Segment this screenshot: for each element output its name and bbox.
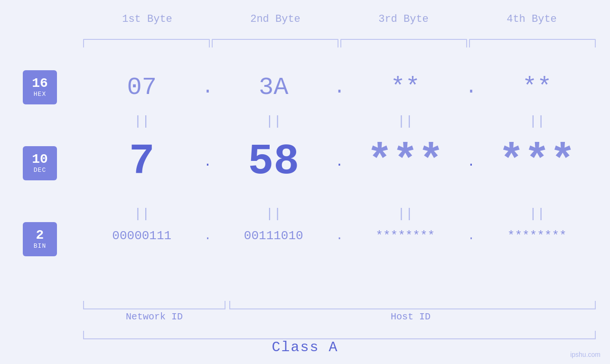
- hex-label: HEX: [34, 91, 46, 98]
- hex-dot1: .: [201, 77, 215, 98]
- eq2-b4: ||: [479, 206, 596, 221]
- dec-dot1: .: [201, 155, 215, 169]
- bin-row: 00000111 . 00111010 . ******** . *******…: [83, 229, 596, 243]
- eq1-b4: ||: [479, 114, 596, 129]
- network-id-label: Network ID: [83, 311, 225, 322]
- eq2-b1: ||: [83, 206, 201, 221]
- bin-byte1: 00000111: [83, 229, 201, 243]
- watermark: ipshu.com: [570, 351, 601, 358]
- bracket-seg-4: [469, 39, 596, 47]
- dec-byte2: 58: [215, 138, 333, 186]
- eq1-b2: ||: [215, 114, 333, 129]
- byte2-header: 2nd Byte: [211, 13, 339, 25]
- bottom-bracket-container: [83, 301, 596, 309]
- hex-badge: 16 HEX: [23, 70, 57, 104]
- bracket-seg-1: [83, 39, 210, 47]
- hex-byte1: 07: [83, 74, 201, 102]
- id-labels: Network ID Host ID: [83, 311, 596, 322]
- dec-dot2: .: [332, 155, 347, 169]
- byte-headers: 1st Byte 2nd Byte 3rd Byte 4th Byte: [83, 13, 596, 25]
- hex-number: 16: [32, 76, 48, 91]
- dec-dot3: .: [464, 155, 479, 169]
- dec-byte1: 7: [83, 138, 201, 186]
- bin-byte2: 00111010: [215, 229, 333, 243]
- top-bracket: [83, 39, 596, 47]
- byte1-header: 1st Byte: [83, 13, 211, 25]
- bin-label: BIN: [34, 243, 46, 250]
- eq1-b1: ||: [83, 114, 201, 129]
- hex-byte4: **: [479, 74, 596, 102]
- overall-bracket: [83, 331, 596, 339]
- eq2-b2: ||: [215, 206, 333, 221]
- eq1-b3: ||: [347, 114, 464, 129]
- dec-label: DEC: [34, 167, 46, 174]
- network-bracket: [83, 301, 225, 309]
- bin-number: 2: [36, 228, 44, 243]
- dec-byte4: ***: [479, 138, 596, 186]
- bin-byte4: ********: [479, 229, 596, 243]
- bin-dot3: .: [464, 229, 479, 243]
- eq2-b3: ||: [347, 206, 464, 221]
- equals-row-1: || || || ||: [83, 114, 596, 129]
- byte4-header: 4th Byte: [468, 13, 596, 25]
- host-bracket: [229, 301, 596, 309]
- bracket-seg-2: [212, 39, 338, 47]
- bin-dot1: .: [201, 229, 215, 243]
- hex-dot3: .: [464, 77, 479, 98]
- bin-badge: 2 BIN: [23, 222, 57, 256]
- hex-dot2: .: [332, 77, 347, 98]
- bracket-seg-3: [340, 39, 467, 47]
- host-id-label: Host ID: [225, 311, 596, 322]
- byte3-header: 3rd Byte: [339, 13, 468, 25]
- class-label: Class A: [0, 339, 610, 355]
- hex-row: 07 . 3A . ** . **: [83, 74, 596, 102]
- bin-dot2: .: [332, 229, 347, 243]
- dec-number: 10: [32, 152, 48, 167]
- main-container: 16 HEX 10 DEC 2 BIN 1st Byte 2nd Byte 3r…: [0, 0, 610, 364]
- hex-byte3: **: [347, 74, 464, 102]
- dec-badge: 10 DEC: [23, 146, 57, 180]
- hex-byte2: 3A: [215, 74, 333, 102]
- bin-byte3: ********: [347, 229, 464, 243]
- equals-row-2: || || || ||: [83, 206, 596, 221]
- dec-row: 7 . 58 . *** . ***: [83, 138, 596, 186]
- dec-byte3: ***: [347, 138, 464, 186]
